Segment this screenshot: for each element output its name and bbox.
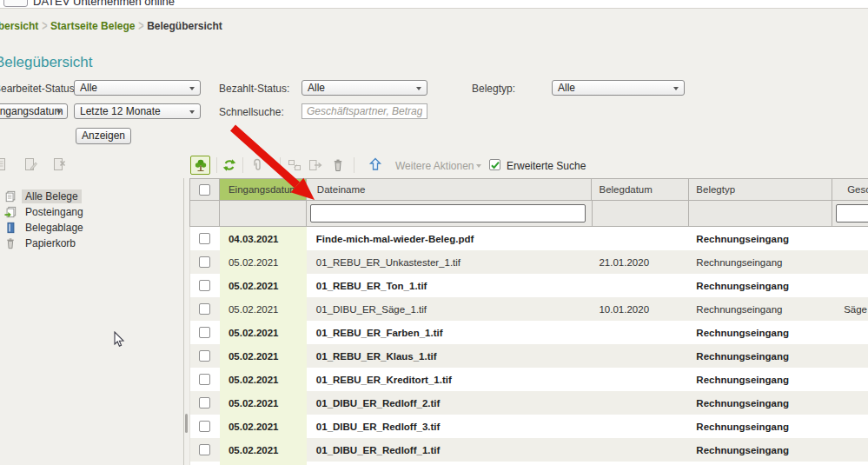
sidebar-item-belegablage[interactable]: Belegablage (4, 220, 87, 236)
structure-view-toggle-button[interactable] (190, 156, 210, 175)
cell-geschaeftspartner (832, 462, 868, 465)
table-row[interactable]: 05.02.2021 01_REBU_ER_Kreditort_1.tif Re… (189, 368, 868, 391)
checkmark-icon (490, 160, 500, 170)
dateiname-filter-input[interactable] (310, 204, 586, 223)
table-row[interactable]: 05.02.2021 01_DIBU_ER_Redloff_3.tif Rech… (189, 415, 868, 438)
cell-eingangsdatum: 05.02.2021 (220, 415, 307, 438)
schnellsuche-label: Schnellsuche: (219, 106, 284, 118)
breadcrumb-startseite-belege[interactable]: Startseite Belege (50, 20, 135, 32)
row-select-cell (190, 321, 220, 344)
row-checkbox[interactable] (199, 233, 210, 244)
sidebar-item-alle-belege[interactable]: Alle Belege (4, 189, 82, 204)
column-header-eingangsdatum[interactable]: Eingangsdatum (220, 179, 307, 201)
panel-divider[interactable] (183, 178, 184, 465)
row-select-cell (190, 462, 220, 465)
app-tab-icon[interactable] (3, 0, 28, 7)
link-documents-icon[interactable] (288, 158, 301, 172)
belegtyp-dropdown[interactable]: Alle (552, 80, 685, 96)
attach-dropdown-arrow-icon[interactable] (268, 163, 274, 167)
weitere-aktionen-arrow-icon[interactable] (476, 164, 481, 168)
cell-dateiname[interactable]: 01_DIBU_ER_Redloff_1.tif (307, 438, 593, 462)
date-field-dropdown[interactable]: Eingangsdatum (0, 103, 68, 119)
row-select-cell (190, 368, 220, 391)
view-document-icon[interactable] (0, 157, 8, 171)
vertical-scrollbar[interactable] (185, 414, 188, 433)
cell-belegtyp: Rechnungseingang (689, 344, 832, 368)
datev-belegübersicht-page: DATEV Unternehmen online Übersicht > Sta… (0, 0, 868, 465)
column-header-belegtyp[interactable]: Belegtyp (689, 179, 832, 201)
cell-dateiname[interactable]: 01_DIBU_ER_Redloff_3.tif (307, 415, 593, 438)
cell-dateiname[interactable]: 01_DIBU_ER_Säge_1.tif (307, 297, 593, 321)
table-row[interactable]: 05.02.2021 01_REBU_ER_Ton_1.tif Rechnung… (189, 274, 868, 297)
table-row[interactable]: 05.02.2021 01_DIBU_ER_Redloff_1.tif Rech… (189, 438, 868, 462)
cell-belegdatum (592, 227, 689, 250)
row-checkbox[interactable] (199, 327, 210, 338)
attach-icon[interactable] (250, 158, 264, 172)
row-checkbox[interactable] (199, 280, 210, 291)
cell-dateiname[interactable]: Finde-mich-mal-wieder-Beleg.pdf (307, 227, 593, 250)
toolbar-separator (216, 157, 217, 173)
table-row[interactable]: 05.02.2021 01_REBU_ER_Farben_1.tif Rechn… (189, 321, 868, 344)
sidebar-item-posteingang[interactable]: Posteingang (4, 204, 87, 220)
inbox-icon (4, 206, 17, 218)
cell-eingangsdatum (220, 462, 307, 465)
bearbeitet-status-dropdown[interactable]: Alle (74, 80, 201, 96)
erweiterte-suche-checkbox[interactable] (489, 159, 500, 170)
row-checkbox[interactable] (199, 350, 210, 362)
cell-dateiname[interactable] (307, 462, 593, 465)
anzeigen-button[interactable]: Anzeigen (76, 128, 131, 144)
select-all-checkbox[interactable] (199, 184, 210, 196)
cell-dateiname[interactable]: 01_REBU_ER_Kreditort_1.tif (307, 368, 593, 391)
weitere-aktionen-menu[interactable]: Weitere Aktionen (395, 160, 474, 172)
delete-view-icon[interactable] (52, 157, 66, 171)
cell-belegtyp: Rechnungseingang (689, 274, 832, 297)
column-header-geschaeftspartner[interactable]: Geschäftspartner (832, 179, 868, 201)
cell-belegdatum (592, 438, 689, 462)
row-checkbox[interactable] (199, 256, 210, 268)
table-row[interactable]: 05.02.2021 01_DIBU_ER_Säge_1.tif 10.01.2… (189, 297, 868, 321)
table-row[interactable]: 04.03.2021 Finde-mich-mal-wieder-Beleg.p… (189, 227, 868, 250)
cell-dateiname[interactable]: 01_REBU_ER_Klaus_1.tif (307, 344, 593, 368)
table-row[interactable] (189, 462, 868, 465)
row-checkbox[interactable] (199, 303, 210, 315)
date-range-dropdown[interactable]: Letzte 12 Monate (74, 103, 201, 119)
cell-dateiname[interactable]: 01_REBU_ER_Ton_1.tif (307, 274, 593, 297)
breadcrumb: Übersicht > Startseite Belege > Belegübe… (0, 20, 222, 32)
bezahlt-status-label: Bezahlt-Status: (219, 83, 289, 95)
column-header-belegdatum[interactable]: Belegdatum (592, 179, 689, 201)
column-header-dateiname[interactable]: Dateiname (307, 179, 593, 201)
cell-geschaeftspartner (832, 391, 868, 415)
row-checkbox[interactable] (199, 397, 210, 409)
sidebar-item-papierkorb[interactable]: Papierkorb (4, 236, 79, 251)
delete-document-icon[interactable] (331, 158, 345, 172)
breadcrumb-uebersicht[interactable]: Übersicht (0, 20, 38, 32)
table-row[interactable]: 05.02.2021 01_DIBU_ER_Redloff_2.tif Rech… (189, 391, 868, 415)
cell-belegdatum: 21.01.2020 (592, 250, 689, 274)
row-checkbox[interactable] (199, 444, 210, 455)
geschaeftspartner-filter-input[interactable] (836, 204, 868, 223)
table-row[interactable]: 05.02.2021 01_REBU_ER_Unkastester_1.tif … (189, 250, 868, 274)
toolbar-separator (354, 157, 354, 173)
cell-belegdatum: 10.01.2020 (592, 297, 689, 321)
cell-eingangsdatum: 05.02.2021 (220, 391, 307, 415)
schnellsuche-input[interactable] (301, 103, 427, 119)
cell-eingangsdatum: 05.02.2021 (220, 438, 307, 462)
app-title: DATEV Unternehmen online (33, 0, 175, 8)
cell-dateiname[interactable]: 01_DIBU_ER_Redloff_2.tif (307, 391, 593, 415)
upload-icon[interactable] (368, 157, 382, 171)
row-select-cell (190, 344, 220, 368)
cell-belegdatum (592, 274, 689, 297)
export-document-icon[interactable] (308, 158, 322, 172)
refresh-icon[interactable] (222, 158, 236, 172)
table-row[interactable]: 05.02.2021 01_REBU_ER_Klaus_1.tif Rechnu… (189, 344, 868, 368)
row-checkbox[interactable] (199, 374, 210, 385)
bezahlt-status-dropdown[interactable]: Alle (301, 80, 427, 96)
cell-dateiname[interactable]: 01_REBU_ER_Unkastester_1.tif (307, 250, 593, 274)
trash-icon (4, 237, 17, 249)
cell-eingangsdatum: 05.02.2021 (220, 274, 307, 297)
edit-view-icon[interactable] (23, 157, 37, 171)
row-select-cell (190, 438, 220, 462)
cell-eingangsdatum: 05.02.2021 (220, 368, 307, 391)
cell-dateiname[interactable]: 01_REBU_ER_Farben_1.tif (307, 321, 593, 344)
row-checkbox[interactable] (199, 421, 210, 432)
